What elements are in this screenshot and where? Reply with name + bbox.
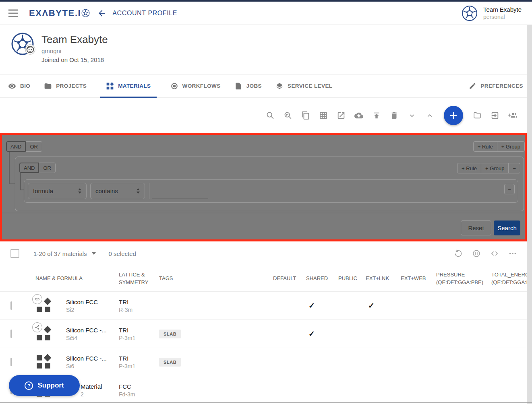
grid-view-icon[interactable] <box>319 111 328 120</box>
inner-add-rule-button[interactable]: + Rule <box>457 163 481 173</box>
add-to-team-icon[interactable] <box>508 111 517 120</box>
folder-icon[interactable] <box>473 111 482 120</box>
exabyte-logo[interactable]: EXΛBYTE.I <box>29 8 90 19</box>
tab-label: WORKFLOWS <box>182 83 221 89</box>
layers-icon <box>275 82 284 90</box>
material-lattice: FCC <box>119 383 159 390</box>
reset-button[interactable]: Reset <box>461 221 491 235</box>
search-icon[interactable] <box>266 111 275 120</box>
table-row[interactable]: Material 2 FCC Fd-3m <box>0 376 532 404</box>
rule-operator-select[interactable]: contains <box>90 183 145 199</box>
copy-icon[interactable] <box>301 111 310 120</box>
filter-rule-row: formula contains − <box>24 179 518 203</box>
remove-rule-button[interactable]: − <box>504 184 515 194</box>
workflow-icon <box>170 82 178 90</box>
outer-and-button[interactable]: AND <box>6 141 26 152</box>
select-spinner-icon <box>137 188 140 194</box>
tab-label: BIO <box>20 83 30 89</box>
column-header-name-formula[interactable]: NAME & FORMULA <box>35 274 119 282</box>
table-row[interactable]: Silicon FCC -... Si6 TRI P-3m1 SLAB <box>0 348 532 376</box>
outer-add-rule-button[interactable]: + Rule <box>473 141 497 152</box>
profile-name: Team Exabyte <box>41 33 108 46</box>
cloud-upload-icon[interactable] <box>354 111 363 120</box>
column-header-total-energy[interactable]: TOTAL_ENERGY (QE:DFT:GGA:PBE) <box>491 271 532 287</box>
material-name: Silicon FCC <box>66 299 119 305</box>
upload-icon[interactable] <box>372 111 381 120</box>
row-checkbox[interactable] <box>10 301 12 310</box>
search-in-results-icon[interactable] <box>284 111 292 120</box>
search-button[interactable]: Search <box>494 221 520 235</box>
preferences-button[interactable]: PREFERENCES <box>469 82 523 90</box>
tab-materials[interactable]: MATERIALS <box>100 74 156 98</box>
column-header-public[interactable]: PUBLIC <box>338 274 366 282</box>
inner-and-button[interactable]: AND <box>19 163 39 173</box>
material-symmetry: P-3m1 <box>119 363 159 369</box>
row-checkbox[interactable] <box>10 330 12 338</box>
table-row[interactable]: Silicon FCC Si2 TRI R-3m ✓ ✓ <box>0 292 532 320</box>
table-row[interactable]: Silicon FCC -... Si54 TRI P-3m1 SLAB ✓ <box>0 320 532 348</box>
column-header-shared[interactable]: SHARED <box>306 274 338 282</box>
open-in-new-icon[interactable] <box>337 111 346 120</box>
tab-projects[interactable]: PROJECTS <box>44 74 87 98</box>
outer-group-actions: + Rule + Group <box>473 141 525 152</box>
ext-lnk-checkmark: ✓ <box>366 301 401 310</box>
material-formula: 2 <box>81 391 119 398</box>
inner-add-group-button[interactable]: + Group <box>481 163 509 173</box>
select-all-checkbox[interactable] <box>10 249 19 258</box>
question-circle-icon: ? <box>25 381 33 390</box>
tab-workflows[interactable]: WORKFLOWS <box>170 74 221 98</box>
outer-and-or-toggle: AND OR <box>6 141 42 152</box>
file-icon <box>234 82 242 90</box>
tag-chip: SLAB <box>159 330 181 338</box>
account-switcher[interactable]: Team Exabyte personal <box>462 5 522 21</box>
list-action-icons <box>454 249 517 258</box>
pause-circle-icon[interactable] <box>472 249 481 258</box>
rule-value-input[interactable] <box>152 185 208 199</box>
chevron-down-icon[interactable] <box>408 111 416 120</box>
support-button[interactable]: ? Support <box>9 375 80 396</box>
rule-field-select[interactable]: formula <box>28 183 87 199</box>
profile-tabs: BIO PROJECTS MATERIALS WORKFLOWS JOBS <box>0 74 532 98</box>
material-lattice: TRI <box>119 327 159 334</box>
import-icon[interactable] <box>491 111 499 120</box>
column-header-ext-web[interactable]: EXT+WEB <box>401 274 436 282</box>
more-options-icon[interactable] <box>508 249 517 258</box>
pencil-icon <box>469 82 476 90</box>
tab-service-level[interactable]: SERVICE LEVEL <box>275 74 332 98</box>
tab-label: JOBS <box>246 83 262 89</box>
column-header-pressure[interactable]: PRESSURE (QE:DFT:GGA:PBE) <box>436 271 491 287</box>
material-symmetry: R-3m <box>119 307 159 313</box>
back-arrow-icon[interactable] <box>97 8 107 18</box>
material-name: Silicon FCC -... <box>66 355 119 362</box>
code-icon[interactable] <box>490 249 499 258</box>
material-name: Silicon FCC -... <box>66 327 119 334</box>
chevron-up-icon[interactable] <box>425 111 434 120</box>
preferences-label: PREFERENCES <box>480 83 523 89</box>
plus-icon <box>449 111 458 120</box>
tab-jobs[interactable]: JOBS <box>234 74 262 98</box>
column-header-lattice-symmetry[interactable]: LATTICE & SYMMETRY <box>119 271 159 287</box>
folder-icon <box>44 82 52 90</box>
column-header-default[interactable]: DEFAULT <box>273 274 306 282</box>
tab-bio[interactable]: BIO <box>8 74 30 98</box>
profile-joined-date: Joined on Oct 15, 2018 <box>41 56 104 63</box>
scrollbar-gutter[interactable] <box>527 25 532 404</box>
outer-or-button[interactable]: OR <box>25 141 42 152</box>
inner-or-button[interactable]: OR <box>39 163 56 173</box>
inner-remove-group-button[interactable]: − <box>508 163 520 173</box>
rule-field-value: formula <box>33 188 53 194</box>
column-header-ext-lnk[interactable]: EXT+LNK <box>366 274 401 282</box>
outer-add-group-button[interactable]: + Group <box>497 141 525 152</box>
menu-icon[interactable] <box>8 9 19 18</box>
materials-table-header: NAME & FORMULA LATTICE & SYMMETRY TAGS D… <box>0 266 532 292</box>
row-checkbox[interactable] <box>10 358 12 366</box>
add-material-button[interactable] <box>444 106 463 125</box>
material-formula: Si6 <box>66 363 119 369</box>
delete-icon[interactable] <box>390 111 399 120</box>
column-header-tags[interactable]: TAGS <box>159 274 273 282</box>
bottom-divider <box>0 402 532 403</box>
page-size-dropdown-icon[interactable] <box>92 252 96 255</box>
refresh-icon[interactable] <box>454 249 463 258</box>
logo-text: EXΛBYTE.I <box>29 8 81 19</box>
rule-divider <box>149 183 149 199</box>
